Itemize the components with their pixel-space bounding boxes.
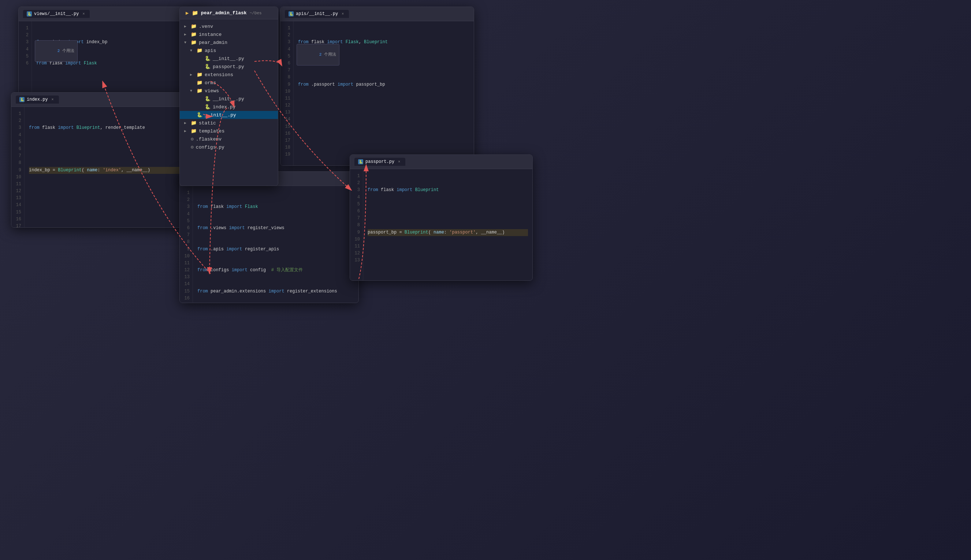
tree-label-static: static	[199, 120, 216, 126]
folder-icon-templates: 📁	[191, 128, 197, 134]
folder-icon-views: 📁	[197, 88, 202, 94]
chevron-static: ▶	[184, 121, 189, 125]
code-content-index-py[interactable]: from flask import Blueprint, render_temp…	[25, 107, 203, 228]
py-icon-passport-tab: 🐍	[358, 159, 363, 164]
tree-label-flaskenv: .flaskenv	[196, 137, 222, 142]
folder-icon-apis: 📁	[197, 48, 202, 53]
tree-item-apis[interactable]: ▼ 📁 apis	[180, 47, 278, 55]
py-icon-views-init: 🐍	[205, 96, 210, 102]
chevron-venv: ▶	[184, 24, 189, 28]
code-content-pear-admin-init[interactable]: from flask import Flask from .views impo…	[193, 186, 359, 303]
tab-views-init-label: views/__init__.py	[34, 12, 79, 17]
folder-icon-venv: 📁	[191, 23, 197, 29]
folder-icon-static: 📁	[191, 120, 197, 126]
tree-label-apis-init: __init__.py	[213, 56, 244, 62]
chevron-apis: ▼	[190, 49, 194, 53]
folder-icon-orms: 📁	[197, 80, 202, 86]
tree-item-orms[interactable]: ▶ 📁 orms	[180, 79, 278, 87]
py-icon-passport: 🐍	[205, 64, 210, 70]
folder-icon-pear-admin: 📁	[191, 40, 197, 45]
tree-label-configs: configs.py	[196, 145, 224, 150]
py-icon-views-index: 🐍	[205, 104, 210, 110]
tree-item-pear-init[interactable]: ▶ 🐍 __init__.py	[180, 111, 278, 119]
file-explorer-window: ▶ 📁 pear_admin_flask ~/Des ▶ 📁 .venv ▶ 📁…	[179, 7, 278, 186]
tree-item-passport[interactable]: ▶ 🐍 passport.py	[180, 63, 278, 71]
pear-admin-init-code-area: 123456789101112131415161718 from flask i…	[180, 186, 359, 303]
line-numbers-views-init: 123456	[19, 21, 32, 97]
passport-py-titlebar: 🐍 passport.py ×	[350, 155, 532, 169]
tab-apis-init[interactable]: 🐍 apis/__init__.py ×	[285, 10, 349, 18]
tree-label-venv: .venv	[199, 24, 213, 29]
hint-box-apis-init: 2 个用法	[297, 44, 339, 65]
tree-item-views-index[interactable]: ▶ 🐍 index.py	[180, 103, 278, 111]
apis-init-window: 🐍 apis/__init__.py × 1234567891011121314…	[280, 7, 474, 166]
py-icon-pear-init: 🐍	[197, 112, 202, 118]
tab-views-init[interactable]: 🐍 views/__init__.py ×	[23, 10, 90, 18]
explorer-titlebar: ▶ 📁 pear_admin_flask ~/Des	[180, 7, 278, 19]
tree-label-views-init: __init__.py	[213, 96, 244, 102]
tab-passport-py-label: passport.py	[365, 159, 394, 164]
folder-icon-extensions: 📁	[197, 72, 202, 78]
tree-label-extensions: extensions	[205, 72, 233, 78]
tab-index-py-label: index.py	[27, 97, 48, 102]
tree-item-flaskenv[interactable]: ▶ ⚙ .flaskenv	[180, 135, 278, 143]
explorer-folder-icon: ▶ 📁	[186, 10, 198, 16]
py-icon-index: 🐍	[19, 97, 25, 102]
chevron-instance: ▶	[184, 32, 189, 37]
tree-label-instance: instance	[199, 32, 222, 37]
passport-py-code-area: 12345678910111213 from flask import Blue…	[350, 169, 532, 281]
tree-item-venv[interactable]: ▶ 📁 .venv	[180, 22, 278, 30]
chevron-pear-admin: ▼	[184, 41, 189, 45]
line-numbers-index-py: 1234567891011121314151617	[12, 107, 25, 228]
line-numbers-passport-py: 12345678910111213	[350, 169, 363, 281]
code-content-apis-init[interactable]: from flask import Flask, Blueprint from …	[294, 21, 474, 166]
tree-item-static[interactable]: ▶ 📁 static	[180, 119, 278, 127]
tree-label-templates: templates	[199, 128, 224, 134]
hint-box-views-init: 2 个用法	[35, 40, 78, 62]
close-tab-views-init[interactable]: ×	[81, 12, 86, 17]
apis-init-code-area: 12345678910111213141516171819 from flask…	[280, 21, 474, 166]
tree-item-instance[interactable]: ▶ 📁 instance	[180, 30, 278, 38]
tree-item-views-init[interactable]: ▶ 🐍 __init__.py	[180, 95, 278, 103]
py-icon-apis-init-tab: 🐍	[289, 12, 294, 17]
tree-item-extensions[interactable]: ▶ 📁 extensions	[180, 71, 278, 79]
py-icon: 🐍	[27, 12, 32, 17]
chevron-views: ▼	[190, 89, 194, 93]
tree-item-configs[interactable]: ▶ ⚙ configs.py	[180, 143, 278, 151]
tree-label-passport: passport.py	[213, 64, 244, 70]
explorer-content: ▶ 📁 .venv ▶ 📁 instance ▼ 📁 pear_admin ▼ …	[180, 19, 278, 154]
code-content-passport-py[interactable]: from flask import Blueprint passport_bp …	[363, 169, 532, 281]
gear-icon-flaskenv: ⚙	[191, 136, 194, 142]
index-py-window: 🐍 index.py × 1234567891011121314151617 f…	[11, 92, 203, 228]
tab-index-py[interactable]: 🐍 index.py ×	[16, 95, 59, 103]
tree-label-orms: orms	[205, 80, 216, 86]
tree-item-pear-admin[interactable]: ▼ 📁 pear_admin	[180, 38, 278, 47]
apis-init-titlebar: 🐍 apis/__init__.py ×	[280, 7, 474, 21]
hint-count: 2	[57, 49, 60, 53]
line-numbers-apis-init: 12345678910111213141516171819	[280, 21, 294, 166]
close-tab-apis-init[interactable]: ×	[340, 12, 345, 17]
tree-label-views: views	[205, 88, 219, 94]
gear-icon-configs: ⚙	[191, 144, 194, 150]
line-numbers-pear-admin-init: 123456789101112131415161718	[180, 186, 193, 303]
pear-admin-init-window: 🐍 pear_admin/__init__.py × 1234567891011…	[179, 171, 359, 303]
tab-passport-py[interactable]: 🐍 passport.py ×	[354, 158, 405, 166]
passport-py-window: 🐍 passport.py × 12345678910111213 from f…	[350, 155, 533, 281]
index-py-titlebar: 🐍 index.py ×	[12, 93, 203, 107]
tree-label-apis: apis	[205, 48, 216, 53]
folder-icon-instance: 📁	[191, 32, 197, 37]
close-tab-passport-py[interactable]: ×	[397, 159, 402, 164]
tree-label-views-index: index.py	[213, 104, 235, 110]
hint-count-apis: 2	[319, 52, 322, 57]
tree-label-pear-admin: pear_admin	[199, 40, 227, 45]
chevron-extensions: ▶	[190, 72, 194, 77]
tree-item-views[interactable]: ▼ 📁 views	[180, 87, 278, 95]
tree-label-pear-init: __init__.py	[205, 112, 236, 118]
close-tab-index-py[interactable]: ×	[50, 97, 55, 102]
tree-item-templates[interactable]: ▶ 📁 templates	[180, 127, 278, 135]
chevron-templates: ▶	[184, 129, 189, 133]
explorer-subtitle: ~/Des	[250, 11, 262, 15]
py-icon-apis-init: 🐍	[205, 56, 210, 62]
explorer-title: pear_admin_flask	[201, 10, 247, 16]
tree-item-apis-init[interactable]: ▶ 🐍 __init__.py	[180, 55, 278, 63]
